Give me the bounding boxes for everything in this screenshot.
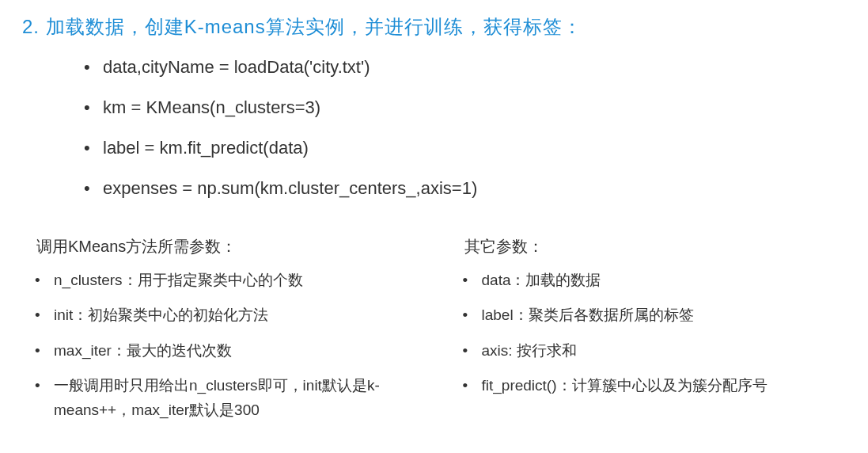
right-column-title: 其它参数： [450, 236, 847, 257]
param-item: n_clusters：用于指定聚类中心的个数 [54, 268, 419, 292]
columns-container: 调用KMeans方法所需参数： n_clusters：用于指定聚类中心的个数 i… [22, 236, 846, 433]
param-item: axis: 按行求和 [482, 339, 847, 363]
section-heading: 2. 加载数据，创建K-means算法实例，并进行训练，获得标签： [22, 14, 846, 40]
param-item: data：加载的数据 [482, 268, 847, 292]
right-param-list: data：加载的数据 label：聚类后各数据所属的标签 axis: 按行求和 … [450, 268, 847, 398]
code-list: data,cityName = loadData('city.txt') km … [22, 54, 846, 201]
right-column: 其它参数： data：加载的数据 label：聚类后各数据所属的标签 axis:… [450, 236, 847, 433]
param-item: max_iter：最大的迭代次数 [54, 339, 419, 363]
left-column-title: 调用KMeans方法所需参数： [22, 236, 419, 257]
param-item: fit_predict()：计算簇中心以及为簇分配序号 [482, 374, 847, 398]
left-column: 调用KMeans方法所需参数： n_clusters：用于指定聚类中心的个数 i… [22, 236, 419, 433]
param-item: 一般调用时只用给出n_clusters即可，init默认是k-means++，m… [54, 374, 419, 422]
code-line: data,cityName = loadData('city.txt') [103, 54, 846, 80]
code-line: label = km.fit_predict(data) [103, 135, 846, 161]
param-item: label：聚类后各数据所属的标签 [482, 303, 847, 327]
code-line: expenses = np.sum(km.cluster_centers_,ax… [103, 175, 846, 201]
param-item: init：初始聚类中心的初始化方法 [54, 303, 419, 327]
code-line: km = KMeans(n_clusters=3) [103, 94, 846, 120]
left-param-list: n_clusters：用于指定聚类中心的个数 init：初始聚类中心的初始化方法… [22, 268, 419, 422]
